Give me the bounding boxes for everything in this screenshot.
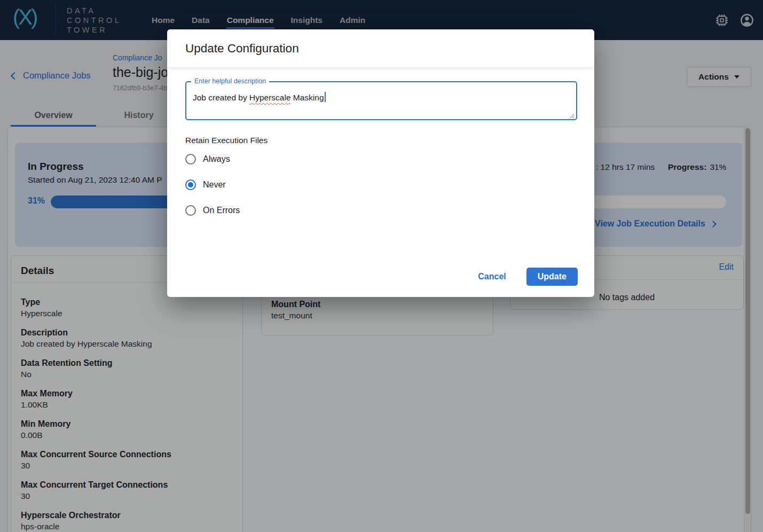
description-textarea[interactable]: Enter helpful description Job created by… — [185, 81, 577, 120]
update-configuration-modal: Update Configuration Enter helpful descr… — [167, 29, 594, 297]
modal-buttons: Cancel Update — [478, 268, 578, 286]
cancel-button[interactable]: Cancel — [478, 272, 506, 281]
modal-header: Update Configuration — [167, 29, 594, 68]
retain-execution-files-label: Retain Execution Files — [185, 136, 268, 145]
radio-circle-icon[interactable] — [185, 205, 196, 216]
radio-circle-icon[interactable] — [185, 154, 196, 165]
misspelled-word: Hyperscale — [249, 93, 291, 102]
text-cursor — [325, 92, 326, 102]
description-field-value: Job created by Hyperscale Masking — [193, 92, 326, 103]
resize-grip-icon[interactable] — [568, 111, 575, 118]
retain-radio-group: Always Never On Errors — [185, 154, 240, 216]
modal-title: Update Configuration — [185, 42, 299, 56]
radio-never[interactable]: Never — [185, 179, 240, 190]
description-field-label: Enter helpful description — [191, 77, 269, 85]
update-button[interactable]: Update — [526, 268, 578, 286]
radio-circle-icon[interactable] — [185, 179, 196, 190]
radio-on-errors[interactable]: On Errors — [185, 205, 240, 216]
radio-always[interactable]: Always — [185, 154, 240, 165]
